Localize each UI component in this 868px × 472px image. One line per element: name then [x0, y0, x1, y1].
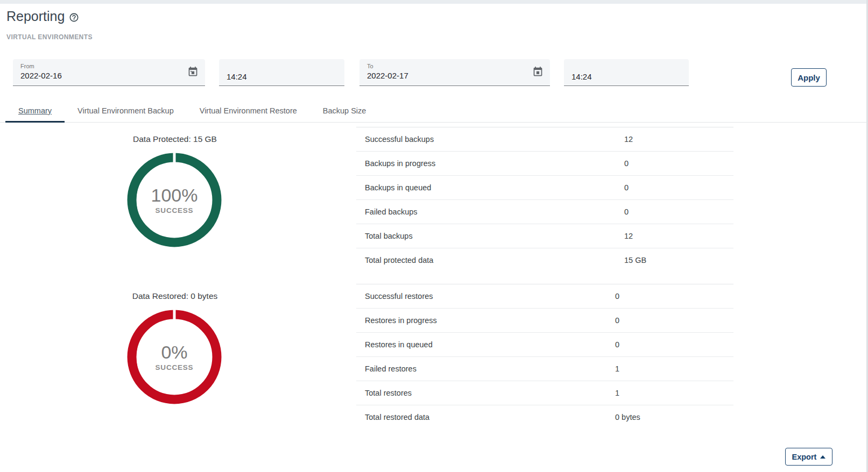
to-date-label: To — [367, 63, 544, 70]
table-row: Successful backups12 — [356, 127, 733, 152]
summary-tables: Successful backups12Backups in progress0… — [356, 127, 733, 430]
to-calendar-button[interactable] — [532, 66, 544, 78]
date-filter-bar: From 2022-02-16 14:24 To 2022-02-17 — [13, 59, 868, 89]
export-label: Export — [792, 453, 817, 461]
row-value: 12 — [624, 231, 633, 242]
calendar-icon — [532, 66, 544, 77]
donut-ring — [127, 310, 222, 404]
row-label: Failed restores — [356, 363, 615, 375]
to-time-field[interactable]: 14:24 — [564, 59, 689, 86]
row-value: 15 GB — [624, 255, 646, 266]
to-date-field[interactable]: To 2022-02-17 — [359, 59, 550, 86]
row-value: 0 — [624, 206, 629, 218]
help-icon[interactable] — [69, 12, 79, 23]
backup-summary-table: Successful backups12Backups in progress0… — [356, 127, 733, 284]
tab-virtual-environment-backup[interactable]: Virtual Environment Backup — [65, 99, 187, 122]
row-label: Successful backups — [356, 134, 624, 145]
window-top-edge — [0, 0, 868, 4]
page-title: Reporting — [6, 9, 65, 24]
table-row: Total backups12 — [356, 224, 733, 248]
row-label: Backups in queued — [356, 182, 624, 194]
row-label: Successful restores — [356, 291, 615, 302]
from-time-field[interactable]: 14:24 — [219, 59, 344, 86]
report-tabs: Summary Virtual Environment Backup Virtu… — [0, 99, 868, 123]
from-date-field[interactable]: From 2022-02-16 — [13, 59, 205, 86]
data-protected-donut-chart: 100% SUCCESS — [127, 153, 222, 247]
table-row: Backups in queued0 — [356, 176, 733, 200]
row-label: Restores in progress — [356, 315, 615, 326]
table-row: Total restored data0 bytes — [356, 405, 733, 430]
row-value: 0 — [615, 339, 619, 351]
data-restored-donut-chart: 0% SUCCESS — [127, 310, 222, 404]
tab-backup-size[interactable]: Backup Size — [310, 99, 379, 122]
table-row: Total protected data15 GB — [356, 248, 733, 284]
to-date-value: 2022-02-17 — [367, 70, 544, 82]
table-row: Total restores1 — [356, 381, 733, 405]
table-row: Failed backups0 — [356, 200, 733, 224]
from-date-label: From — [20, 63, 199, 70]
row-label: Backups in progress — [356, 158, 624, 169]
row-label: Total backups — [356, 231, 624, 242]
page-header: Reporting — [6, 9, 79, 24]
tab-virtual-environment-restore[interactable]: Virtual Environment Restore — [187, 99, 310, 122]
caret-up-icon — [820, 455, 825, 459]
row-value: 0 — [615, 315, 619, 326]
row-value: 0 bytes — [615, 412, 640, 423]
row-value: 0 — [615, 291, 619, 302]
data-restored-title: Data Restored: 0 bytes — [0, 291, 350, 301]
tab-summary[interactable]: Summary — [5, 99, 65, 122]
row-label: Total restores — [356, 388, 615, 399]
table-row: Failed restores1 — [356, 357, 733, 381]
row-value: 12 — [624, 134, 633, 145]
reporting-page: Reporting VIRTUAL ENVIRONMENTS From 2022… — [0, 0, 868, 472]
table-row: Successful restores0 — [356, 284, 733, 309]
restore-summary-table: Successful restores0Restores in progress… — [356, 284, 733, 430]
data-protected-title: Data Protected: 15 GB — [0, 134, 350, 144]
section-label: VIRTUAL ENVIRONMENTS — [6, 33, 93, 41]
to-time-value: 14:24 — [571, 72, 592, 81]
apply-button[interactable]: Apply — [791, 68, 827, 87]
table-row: Backups in progress0 — [356, 152, 733, 176]
from-date-value: 2022-02-16 — [20, 70, 199, 82]
row-label: Failed backups — [356, 206, 624, 218]
row-label: Restores in queued — [356, 339, 615, 351]
row-label: Total protected data — [356, 255, 624, 266]
row-value: 0 — [624, 158, 629, 169]
help-circle-icon — [69, 12, 79, 23]
row-value: 1 — [615, 388, 619, 399]
export-button[interactable]: Export — [785, 448, 832, 466]
from-calendar-button[interactable] — [187, 66, 199, 78]
row-value: 0 — [624, 182, 629, 194]
table-row: Restores in queued0 — [356, 333, 733, 357]
row-label: Total restored data — [356, 412, 615, 423]
table-row: Restores in progress0 — [356, 309, 733, 333]
from-time-value: 14:24 — [227, 72, 247, 81]
calendar-icon — [187, 66, 199, 77]
donut-ring — [127, 153, 222, 247]
row-value: 1 — [615, 363, 619, 375]
